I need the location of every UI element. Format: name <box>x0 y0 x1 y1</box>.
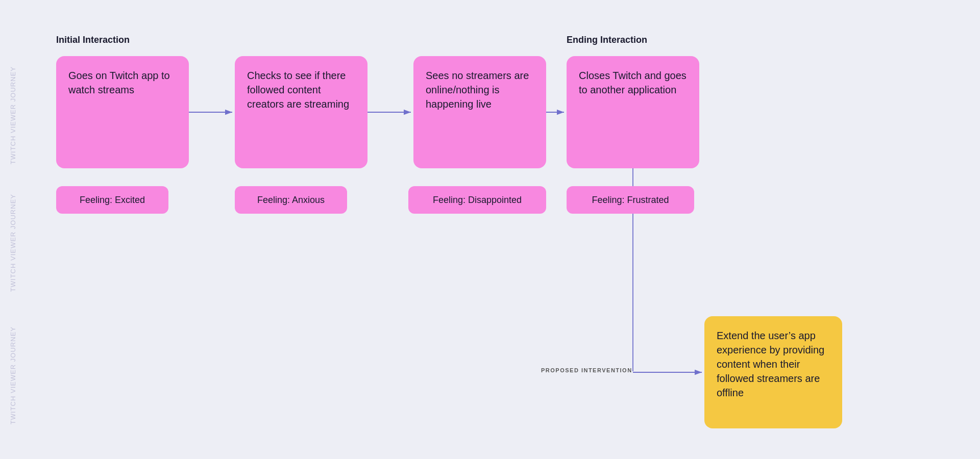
step-card-1: Goes on Twitch app to watch streams <box>56 56 189 168</box>
yellow-intervention-card: Extend the user’s app experience by prov… <box>704 316 842 428</box>
feeling-card-3: Feeling: Disappointed <box>408 186 546 214</box>
step-card-3: Sees no streamers are online/nothing is … <box>413 56 546 168</box>
step-card-2: Checks to see if there followed content … <box>235 56 368 168</box>
step-card-4: Closes Twitch and goes to another applic… <box>567 56 699 168</box>
feeling-card-1: Feeling: Excited <box>56 186 168 214</box>
side-label-2: Twitch Viewer Journey <box>9 194 17 292</box>
ending-interaction-title: Ending Interaction <box>567 35 647 45</box>
initial-interaction-title: Initial Interaction <box>56 35 130 45</box>
feeling-card-4: Feeling: Frustrated <box>567 186 694 214</box>
side-label-1: Twitch Viewer Journey <box>9 66 17 164</box>
side-label-3: Twitch Viewer Journey <box>9 326 17 424</box>
proposed-intervention-label: PROPOSED INTERVENTION <box>541 367 632 373</box>
feeling-card-2: Feeling: Anxious <box>235 186 347 214</box>
